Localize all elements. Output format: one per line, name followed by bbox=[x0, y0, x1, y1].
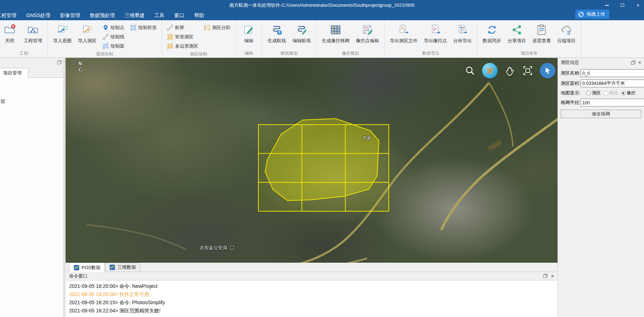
log-line: 2021-09-05 18:20:00> 软件正常可用 bbox=[69, 290, 558, 299]
menu-window[interactable]: 窗口 bbox=[169, 10, 189, 20]
export-area-button[interactable]: 导出测区文件 bbox=[387, 22, 420, 45]
tab-pos-data[interactable]: POS数据 bbox=[69, 263, 105, 272]
map-viewport[interactable]: N bbox=[66, 58, 558, 263]
group-label-survey-draw: 测区绘制 bbox=[165, 51, 233, 58]
log-line: 2021-09-05 18:20:15> 命令: PhotosSimplify bbox=[69, 299, 558, 307]
draw-point-button[interactable]: 绘制点 bbox=[100, 23, 127, 32]
menu-help[interactable]: 帮助 bbox=[189, 10, 209, 20]
gen-grid-button[interactable]: 生成像控格网 bbox=[319, 22, 352, 45]
drag-upload-label: 拖拽上传 bbox=[587, 11, 605, 17]
gen-grid-icon bbox=[330, 24, 342, 36]
project-mgmt-button[interactable]: 工程管理 bbox=[21, 22, 45, 45]
data-sync-button[interactable]: 数据同步 bbox=[480, 22, 504, 45]
close-folder-icon bbox=[4, 24, 16, 36]
panel-splitter[interactable] bbox=[63, 58, 66, 317]
ribbon-group-project: 关闭 工程管理 工程 bbox=[0, 20, 48, 58]
console-close-icon[interactable]: × bbox=[551, 273, 554, 279]
command-window: 命令窗口 × 2021-09-05 18:20:00> 命令: NewProje… bbox=[66, 272, 558, 317]
cloud-project-button[interactable]: 云端项目 bbox=[555, 22, 578, 45]
draw-rect-button[interactable]: 绘制矩形 bbox=[128, 23, 159, 32]
menu-gnss[interactable]: GNSS处理 bbox=[21, 10, 55, 20]
select-cursor-icon[interactable] bbox=[540, 63, 555, 78]
tab-project-management[interactable]: 项目管理 bbox=[0, 68, 28, 78]
draw-polygon-button[interactable]: 绘制面 bbox=[100, 42, 127, 51]
export-ctrl-icon bbox=[430, 24, 442, 36]
tab-3d-data[interactable]: 三维数据 bbox=[105, 263, 140, 272]
minimize-button[interactable] bbox=[603, 2, 611, 9]
draw-point-icon bbox=[102, 24, 109, 31]
edit-label: 编辑 bbox=[244, 38, 253, 44]
group-label-route: 航线规划 bbox=[265, 50, 313, 57]
rect-area-button[interactable]: 矩形测区 bbox=[165, 32, 200, 42]
survey-name-input[interactable] bbox=[581, 69, 644, 77]
edit-pencil-icon bbox=[243, 24, 255, 36]
maximize-button[interactable] bbox=[618, 2, 626, 9]
radio-route[interactable]: 航线 bbox=[604, 90, 618, 96]
edit-button[interactable]: 编辑 bbox=[239, 22, 259, 45]
import-basemap-icon bbox=[56, 24, 68, 36]
draw-line-label: 绘制线 bbox=[111, 34, 124, 40]
share-project-icon bbox=[511, 24, 523, 36]
map-label-poi: 吉安县公安局 bbox=[200, 245, 227, 251]
console-log[interactable]: 2021-09-05 18:20:00> 命令: NewProject 2021… bbox=[66, 280, 558, 317]
menu-image[interactable]: 影像管理 bbox=[55, 10, 85, 20]
survey-overlay-layer[interactable] bbox=[66, 58, 558, 263]
panel-close-icon[interactable]: × bbox=[638, 60, 641, 65]
radio-image-control[interactable]: 像控 bbox=[621, 90, 635, 96]
titlebar: 南方航测一体化处理软件-C:/Users/Administrator/Docum… bbox=[0, 0, 644, 10]
pos-data-icon bbox=[74, 265, 79, 270]
edit-route-button[interactable]: 编辑航线 bbox=[290, 22, 313, 45]
gen-route-button[interactable]: 生成航线 bbox=[265, 22, 289, 45]
draw-line-button[interactable]: 绘制线 bbox=[100, 32, 127, 42]
map-toolbar bbox=[464, 63, 555, 78]
grid-radius-input[interactable] bbox=[581, 99, 644, 106]
radio-survey-area-dot bbox=[586, 91, 591, 95]
progress-view-button[interactable]: 进度查看 bbox=[530, 22, 553, 45]
area-split-label: 测区分割 bbox=[212, 24, 230, 31]
command-window-title: 命令窗口 bbox=[69, 273, 88, 279]
menu-project[interactable]: 工程管理 bbox=[0, 10, 21, 20]
map-display-label: 地图显示: bbox=[561, 90, 586, 96]
survey-area-input[interactable] bbox=[581, 80, 644, 87]
panel-float-icon[interactable] bbox=[631, 60, 635, 65]
poly-area-button[interactable]: 多边形测区 bbox=[165, 42, 200, 51]
pan-hand-icon[interactable] bbox=[504, 65, 516, 77]
radio-route-label: 航线 bbox=[609, 90, 618, 96]
modify-grid-button[interactable]: 修改格网 bbox=[561, 110, 641, 118]
zoom-extent-icon[interactable] bbox=[522, 65, 534, 77]
export-ctrl-button[interactable]: 导出像控点 bbox=[421, 22, 449, 45]
import-basemap-button[interactable]: 导入底图 bbox=[51, 22, 74, 45]
console-float-icon[interactable] bbox=[543, 274, 548, 278]
project-tree: 区 bbox=[0, 78, 63, 317]
block-export-button[interactable]: 分块导出 bbox=[451, 22, 474, 45]
close-project-button[interactable]: 关闭 bbox=[0, 22, 20, 45]
radio-survey-area[interactable]: 测区 bbox=[586, 90, 601, 96]
compass: N bbox=[74, 61, 86, 74]
close-window-button[interactable]: × bbox=[634, 2, 642, 9]
flight-strip-button[interactable]: 航带 bbox=[165, 23, 200, 32]
menu-tools[interactable]: 工具 bbox=[150, 10, 169, 20]
area-split-button[interactable]: 测区分割 bbox=[202, 23, 233, 32]
ribbon-group-route: 生成航线 编辑航线 航线规划 bbox=[262, 20, 317, 58]
tree-item-survey-area[interactable]: 区 bbox=[1, 98, 5, 105]
cloud-project-icon bbox=[560, 24, 572, 36]
log-line: 2021-09-05 18:20:00> 命令: NewProject bbox=[69, 282, 558, 290]
draw-rect-label: 绘制矩形 bbox=[138, 24, 157, 31]
import-area-button[interactable]: 导入测区 bbox=[75, 22, 99, 45]
menu-preprocess[interactable]: 数据预处理 bbox=[85, 10, 120, 20]
drag-upload-button[interactable]: 拖拽上传 bbox=[575, 10, 609, 19]
map-label-village: 尹家 bbox=[363, 135, 371, 141]
data-sync-label: 数据同步 bbox=[483, 38, 501, 44]
group-label-ctrl: 像控规划 bbox=[319, 50, 381, 57]
share-project-button[interactable]: 分享项目 bbox=[505, 22, 528, 45]
basemap-layer-icon[interactable] bbox=[482, 63, 498, 78]
menu-3d[interactable]: 三维重建 bbox=[120, 10, 150, 20]
export-area-label: 导出测区文件 bbox=[390, 38, 418, 44]
ctrl-point-edit-button[interactable]: 像控点编辑 bbox=[353, 22, 381, 45]
rect-area-icon bbox=[167, 34, 173, 40]
dock-float-icon[interactable] bbox=[57, 60, 62, 65]
poly-area-label: 多边形测区 bbox=[175, 43, 198, 49]
log-line: 2021-09-05 18:26:20> 命令: NewProjection bbox=[69, 315, 558, 317]
group-label-drawing: 图形绘制 bbox=[51, 51, 159, 58]
search-icon[interactable] bbox=[464, 65, 476, 77]
